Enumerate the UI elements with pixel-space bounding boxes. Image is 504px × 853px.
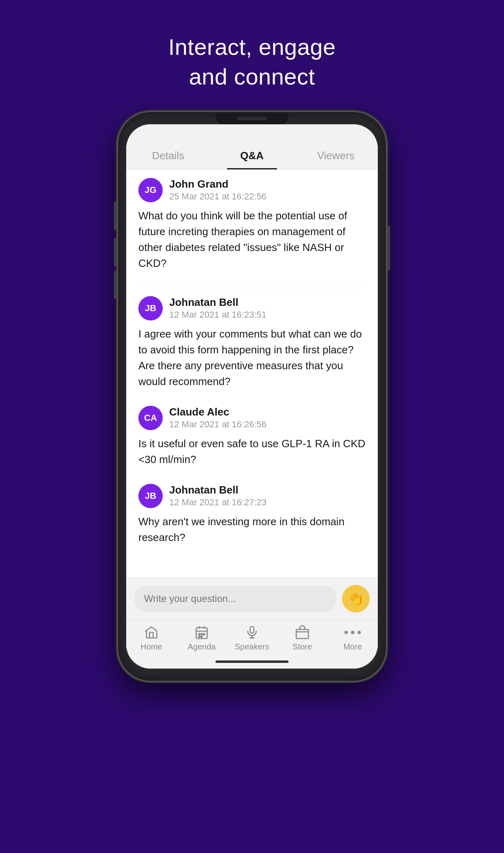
send-time-1: 25 Mar 2021 at 16:22:56	[169, 191, 267, 202]
send-time-2: 12 Mar 2021 at 16:23:51	[169, 310, 267, 320]
status-bar	[126, 124, 378, 142]
page-background: Interact, engage and connect Details Q&A…	[118, 0, 386, 681]
sender-name-4: Johnatan Bell	[169, 484, 267, 496]
nav-label-more: More	[343, 642, 362, 652]
qa-item-3: CA Claude Alec 12 Mar 2021 at 16:26:56 I…	[138, 406, 366, 472]
avatar-jb2: JB	[138, 484, 163, 508]
svg-rect-9	[296, 629, 308, 639]
svg-point-1	[199, 634, 200, 635]
sender-name-1: John Grand	[169, 178, 267, 191]
nav-label-agenda: Agenda	[188, 642, 216, 652]
tab-details[interactable]: Details	[126, 142, 210, 169]
question-input[interactable]	[134, 586, 336, 612]
send-time-3: 12 Mar 2021 at 16:26:56	[169, 419, 267, 430]
clap-button[interactable]: 👏	[342, 585, 370, 613]
avatar-jg: JG	[138, 178, 163, 202]
svg-rect-6	[250, 626, 254, 633]
tab-qna[interactable]: Q&A	[210, 142, 294, 169]
svg-point-2	[201, 634, 202, 635]
sender-name-2: Johnatan Bell	[169, 296, 267, 309]
svg-point-5	[201, 636, 202, 637]
bottom-nav: Home Agenda	[126, 620, 378, 655]
nav-item-agenda[interactable]: Agenda	[177, 625, 227, 652]
tab-bar: Details Q&A Viewers	[126, 142, 378, 170]
input-area: 👏	[126, 577, 378, 620]
message-text-2: I agree with your comments but what can …	[138, 326, 366, 390]
speaker-grill	[238, 117, 266, 120]
avatar-ca: CA	[138, 406, 163, 430]
send-time-4: 12 Mar 2021 at 16:27:23	[169, 497, 267, 508]
nav-label-home: Home	[140, 642, 162, 652]
home-indicator	[215, 660, 289, 663]
phone-mockup: Details Q&A Viewers JG	[118, 112, 386, 681]
message-text-4: Why aren't we investing more in this dom…	[138, 514, 366, 546]
home-bar	[126, 655, 378, 669]
nav-item-more[interactable]: More	[327, 625, 378, 652]
store-icon	[295, 625, 310, 640]
divider-1	[138, 288, 366, 288]
qa-item-4: JB Johnatan Bell 12 Mar 2021 at 16:27:23…	[138, 484, 366, 550]
svg-point-4	[199, 636, 200, 637]
phone-screen: Details Q&A Viewers JG	[126, 124, 378, 669]
tab-viewers[interactable]: Viewers	[294, 142, 378, 169]
nav-item-speakers[interactable]: Speakers	[227, 625, 277, 652]
nav-label-store: Store	[293, 642, 312, 652]
qa-item-2: JB Johnatan Bell 12 Mar 2021 at 16:23:51…	[138, 296, 366, 394]
svg-point-3	[204, 634, 205, 635]
message-text-1: What do you think will be the potential …	[138, 208, 366, 271]
avatar-jb1: JB	[138, 296, 163, 320]
sender-name-3: Claude Alec	[169, 406, 267, 418]
nav-item-home[interactable]: Home	[126, 625, 177, 652]
message-text-3: Is it useful or even safe to use GLP-1 R…	[138, 436, 366, 468]
phone-notch	[215, 112, 289, 124]
qa-item-1: JG John Grand 25 Mar 2021 at 16:22:56 Wh…	[138, 178, 366, 275]
qa-content: JG John Grand 25 Mar 2021 at 16:22:56 Wh…	[126, 170, 378, 577]
home-icon	[144, 625, 159, 640]
speakers-icon	[245, 625, 259, 640]
hero-title: Interact, engage and connect	[118, 32, 386, 92]
more-dots-icon	[345, 625, 361, 640]
nav-item-store[interactable]: Store	[277, 625, 327, 652]
nav-label-speakers: Speakers	[235, 642, 269, 652]
agenda-icon	[194, 625, 209, 640]
